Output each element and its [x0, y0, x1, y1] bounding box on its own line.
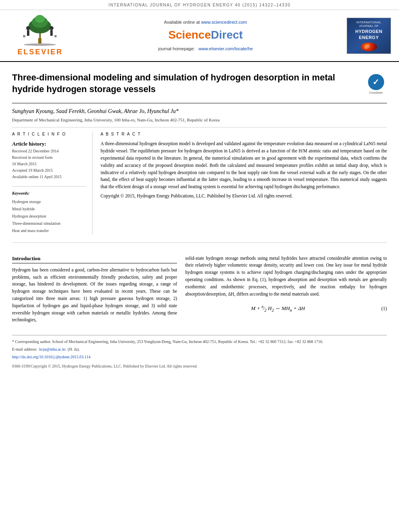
keywords-label: Keywords:	[12, 191, 86, 196]
journal-cover-text: International Journal of	[350, 21, 388, 28]
equation-text: M + n⁄2 H2 ↔ MHn + ΔH	[251, 305, 305, 311]
received-date: Received 22 December 2014	[12, 148, 86, 154]
section-divider	[12, 242, 387, 243]
banner-right: International Journal of HYDROGENENERGY	[339, 18, 391, 54]
crossmark-logo: ✓ CrossMark	[365, 74, 387, 95]
affiliation: Department of Mechanical Engineering, In…	[12, 117, 387, 123]
article-title-text: Three-dimensional modeling and simulatio…	[12, 72, 361, 97]
received-revised-label: Received in revised form	[12, 154, 86, 161]
journal-header: INTERNATIONAL JOURNAL OF HYDROGEN ENERGY…	[0, 0, 399, 10]
introduction-heading: Introduction	[12, 255, 177, 263]
email-name: (H. Ju).	[68, 347, 80, 351]
main-content: Three-dimensional modeling and simulatio…	[0, 62, 399, 375]
article-info-abstract: A R T I C L E I N F O Article history: R…	[12, 127, 387, 234]
journal-homepage: journal homepage: www.elsevier.com/locat…	[76, 46, 335, 52]
svg-point-4	[35, 15, 45, 23]
banner: ELSEVIER Available online at www.science…	[0, 10, 399, 62]
available-online-text: Available online at www.sciencedirect.co…	[76, 19, 335, 25]
abstract-label: A B S T R A C T	[101, 131, 387, 137]
intro-right: solid-state hydrogen storage methods usi…	[185, 255, 387, 327]
abstract-body: A three-dimensional hydrogen desorption …	[101, 140, 387, 191]
svg-point-7	[49, 26, 53, 30]
email-line: E-mail address: hcju@inha.ac.kr (H. Ju).	[12, 346, 387, 353]
email-link[interactable]: hcju@inha.ac.kr	[39, 347, 66, 351]
sciencedirect-logo: ScienceDirect	[76, 27, 335, 43]
elsevier-logo-area: ELSEVIER	[8, 14, 72, 57]
doi-link[interactable]: http://dx.doi.org/10.1016/j.ijhydene.201…	[12, 355, 90, 359]
article-history-label: Article history:	[12, 140, 86, 148]
intro-paragraph-2: solid-state hydrogen storage methods usi…	[185, 255, 387, 298]
keyword-1: Hydrogen storage	[12, 198, 86, 205]
sciencedirect-url[interactable]: www.sciencedirect.com	[201, 20, 247, 25]
doi-line: http://dx.doi.org/10.1016/j.ijhydene.201…	[12, 354, 387, 360]
journal-cover-image: International Journal of HYDROGENENERGY	[347, 18, 391, 54]
issn-copyright: 0360-3199/Copyright © 2015, Hydrogen Ene…	[12, 364, 387, 369]
journal-homepage-label: journal homepage:	[158, 46, 195, 51]
footer-section: * Corresponding author. School of Mechan…	[12, 335, 387, 369]
article-info-label: A R T I C L E I N F O	[12, 131, 86, 137]
journal-homepage-url[interactable]: www.elsevier.com/locate/he	[199, 46, 253, 51]
abstract-copyright: Copyright © 2015, Hydrogen Energy Public…	[101, 193, 387, 200]
crossmark-symbol: ✓	[372, 76, 379, 88]
equation-formula: M + n⁄2 H2 ↔ MHn + ΔH	[185, 304, 371, 313]
elsevier-tree-icon	[16, 14, 64, 46]
article-main-title: Three-dimensional modeling and simulatio…	[12, 72, 361, 95]
revised-date: 16 March 2015	[12, 161, 86, 167]
equation-number: (1)	[371, 305, 387, 312]
corresponding-author-note: * Corresponding author. School of Mechan…	[12, 339, 387, 345]
svg-rect-6	[27, 30, 29, 36]
elsevier-wordmark: ELSEVIER	[17, 47, 63, 57]
abstract-text: A three-dimensional hydrogen desorption …	[101, 140, 387, 200]
accepted-date: Accepted 19 March 2015	[12, 167, 86, 174]
keywords-list: Hydrogen storage Metal hydride Hydrogen …	[12, 198, 86, 234]
authors-text: Sunghyun Kyoung, Saad Ferekh, Geonhui Gw…	[12, 108, 179, 114]
svg-rect-8	[50, 30, 53, 36]
available-online-date: Available online 11 April 2015	[12, 174, 86, 180]
journal-cover-orb-icon	[361, 43, 377, 51]
affiliation-text: Department of Mechanical Engineering, In…	[12, 117, 220, 122]
crossmark-circle-icon: ✓	[368, 74, 384, 90]
svg-point-11	[24, 43, 56, 46]
elsevier-logo: ELSEVIER	[8, 14, 72, 57]
keyword-3: Hydrogen desorption	[12, 213, 86, 220]
crossmark-label: CrossMark	[369, 91, 383, 95]
journal-header-text: INTERNATIONAL JOURNAL OF HYDROGEN ENERGY…	[109, 3, 291, 7]
authors: Sunghyun Kyoung, Saad Ferekh, Geonhui Gw…	[12, 107, 387, 115]
left-column: A R T I C L E I N F O Article history: R…	[12, 131, 93, 234]
intro-left: Introduction Hydrogen has been considere…	[12, 255, 177, 327]
svg-point-10	[54, 35, 57, 37]
keyword-2: Metal hydride	[12, 205, 86, 213]
keyword-5: Heat and mass transfer	[12, 227, 86, 234]
introduction-section: Introduction Hydrogen has been considere…	[12, 251, 387, 327]
right-column: A B S T R A C T A three-dimensional hydr…	[101, 131, 387, 234]
banner-center: Available online at www.sciencedirect.co…	[76, 19, 335, 52]
keywords-section: Keywords: Hydrogen storage Metal hydride…	[12, 186, 86, 234]
equation-1: M + n⁄2 H2 ↔ MHn + ΔH (1)	[185, 302, 387, 315]
intro-paragraph-1: Hydrogen has been considered a good, car…	[12, 267, 177, 324]
svg-point-9	[23, 35, 25, 37]
journal-cover-title: HYDROGENENERGY	[355, 29, 383, 41]
article-history: Article history: Received 22 December 20…	[12, 140, 86, 180]
keyword-4: Three-dimensional simulation	[12, 220, 86, 227]
svg-point-5	[26, 26, 30, 30]
article-title-section: Three-dimensional modeling and simulatio…	[12, 68, 387, 103]
